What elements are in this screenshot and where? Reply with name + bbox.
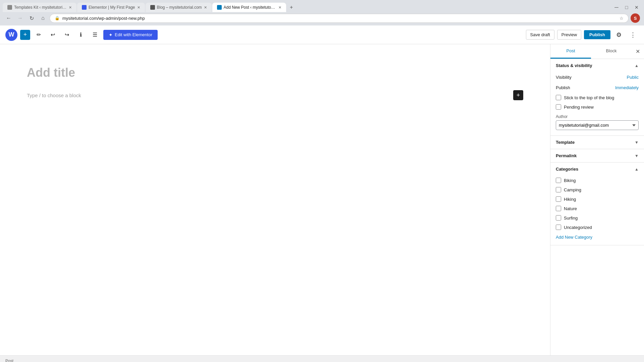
pending-review-checkbox[interactable] [556, 104, 561, 110]
author-select[interactable]: mysitetutorial@gmail.com [556, 120, 639, 130]
add-new-button[interactable]: + [20, 30, 30, 40]
tab2-close[interactable]: ✕ [137, 5, 140, 10]
category-surfing-checkbox[interactable] [556, 215, 561, 221]
category-biking-checkbox[interactable] [556, 178, 561, 183]
status-visibility-header[interactable]: Status & visibility ▲ [550, 59, 644, 72]
category-uncategorized-label[interactable]: Uncategorized [564, 225, 592, 230]
categories-content: Biking Camping Hiking Nature Surfing [550, 176, 644, 245]
right-sidebar: Post Block ✕ Status & visibility ▲ Visib… [550, 44, 644, 355]
category-nature-row: Nature [556, 204, 639, 213]
browser-tab-3[interactable]: Blog – mysitetutorial.com ✕ [146, 3, 212, 12]
category-nature-checkbox[interactable] [556, 206, 561, 211]
info-button[interactable]: ℹ [75, 29, 87, 41]
maximize-button[interactable]: □ [622, 3, 631, 12]
tab2-title: Elementor | My First Page [89, 5, 135, 10]
pending-review-row: Pending review [556, 102, 639, 112]
home-button[interactable]: ⌂ [38, 13, 48, 23]
template-header[interactable]: Template ▼ [550, 136, 644, 149]
block-placeholder-row[interactable]: Type / to choose a block + [27, 89, 523, 102]
reload-button[interactable]: ↻ [27, 13, 36, 23]
elementor-label: Edit with Elementor [115, 32, 152, 37]
category-camping-label[interactable]: Camping [564, 187, 581, 192]
back-button[interactable]: ← [4, 13, 13, 23]
stick-to-top-checkbox[interactable] [556, 95, 561, 100]
bookmark-icon[interactable]: ☆ [620, 16, 624, 21]
stick-to-top-label[interactable]: Stick to the top of the blog [564, 95, 614, 100]
browser-tab-1[interactable]: Templates Kit ‹ mysitetutorial.co... ✕ [3, 3, 76, 12]
elementor-icon: ✦ [109, 32, 113, 38]
list-view-button[interactable]: ☰ [89, 29, 101, 41]
status-visibility-content: Visibility Public Publish Immediately St… [550, 72, 644, 135]
add-block-button[interactable]: + [513, 90, 523, 100]
publish-button[interactable]: Publish [584, 30, 610, 39]
pending-review-label[interactable]: Pending review [564, 105, 594, 110]
visibility-row: Visibility Public [556, 72, 639, 82]
category-camping-checkbox[interactable] [556, 187, 561, 192]
template-title: Template [556, 140, 575, 145]
permalink-header[interactable]: Permalink ▼ [550, 149, 644, 162]
category-hiking-label[interactable]: Hiking [564, 197, 576, 202]
sidebar-close-button[interactable]: ✕ [632, 44, 644, 59]
status-text: Post [5, 359, 13, 362]
author-section: Author mysitetutorial@gmail.com [556, 114, 639, 130]
undo-button[interactable]: ↩ [47, 29, 58, 41]
category-biking-row: Biking [556, 176, 639, 185]
edit-with-elementor-button[interactable]: ✦ Edit with Elementor [103, 30, 158, 40]
tab1-title: Templates Kit ‹ mysitetutorial.co... [14, 5, 67, 10]
status-visibility-chevron: ▲ [635, 63, 639, 68]
status-visibility-title: Status & visibility [556, 63, 592, 68]
sidebar-tabs-row: Post Block ✕ [550, 44, 644, 59]
tab3-close[interactable]: ✕ [204, 5, 207, 10]
preview-button[interactable]: Preview [557, 30, 581, 40]
category-hiking-checkbox[interactable] [556, 196, 561, 202]
category-surfing-row: Surfing [556, 213, 639, 223]
minimize-button[interactable]: ─ [612, 3, 621, 12]
category-biking-label[interactable]: Biking [564, 178, 576, 183]
tab4-close[interactable]: ✕ [278, 5, 281, 10]
permalink-title: Permalink [556, 153, 577, 158]
browser-chrome: Templates Kit ‹ mysitetutorial.co... ✕ E… [0, 0, 644, 25]
visibility-label: Visibility [556, 75, 572, 80]
tab1-close[interactable]: ✕ [69, 5, 72, 10]
profile-icon[interactable]: S [631, 13, 640, 23]
template-chevron: ▼ [635, 140, 639, 145]
forward-button[interactable]: → [15, 13, 25, 23]
permalink-section: Permalink ▼ [550, 149, 644, 163]
stick-to-top-row: Stick to the top of the blog [556, 93, 639, 102]
visibility-value[interactable]: Public [627, 75, 639, 80]
editor-area: Type / to choose a block + [0, 44, 550, 355]
author-label: Author [556, 114, 639, 119]
status-bar: Post [0, 355, 644, 362]
add-new-category-link[interactable]: Add New Category [556, 235, 592, 240]
settings-button[interactable]: ⚙ [613, 29, 625, 41]
tab-post[interactable]: Post [550, 44, 591, 59]
wp-logo[interactable]: W [5, 29, 17, 41]
categories-chevron: ▲ [635, 167, 639, 172]
publish-label: Publish [556, 85, 570, 90]
wp-admin-toolbar: W + ✏ ↩ ↪ ℹ ☰ ✦ Edit with Elementor Save… [0, 25, 644, 44]
redo-button[interactable]: ↪ [61, 29, 72, 41]
categories-header[interactable]: Categories ▲ [550, 163, 644, 176]
tools-button[interactable]: ✏ [33, 29, 44, 41]
close-window-button[interactable]: ✕ [632, 3, 641, 12]
new-tab-button[interactable]: + [287, 3, 296, 12]
tab-block[interactable]: Block [591, 44, 632, 59]
status-visibility-section: Status & visibility ▲ Visibility Public … [550, 59, 644, 136]
browser-tab-2[interactable]: Elementor | My First Page ✕ [77, 3, 145, 12]
category-nature-label[interactable]: Nature [564, 206, 577, 211]
publish-value[interactable]: Immediately [615, 85, 639, 90]
categories-section: Categories ▲ Biking Camping Hiking [550, 163, 644, 245]
category-camping-row: Camping [556, 185, 639, 194]
browser-tab-4[interactable]: Add New Post ‹ mysitetutorial.co... ✕ [212, 3, 286, 12]
address-text: mysitetutorial.com/wp-admin/post-new.php [62, 16, 617, 21]
category-uncategorized-checkbox[interactable] [556, 225, 561, 230]
save-draft-button[interactable]: Save draft [526, 30, 554, 40]
publish-row: Publish Immediately [556, 82, 639, 93]
category-hiking-row: Hiking [556, 194, 639, 204]
permalink-chevron: ▼ [635, 154, 639, 158]
tab4-title: Add New Post ‹ mysitetutorial.co... [224, 5, 276, 10]
post-title-input[interactable] [27, 64, 523, 81]
more-options-button[interactable]: ⋮ [627, 29, 639, 41]
address-bar[interactable]: 🔒 mysitetutorial.com/wp-admin/post-new.p… [50, 14, 629, 23]
category-surfing-label[interactable]: Surfing [564, 216, 578, 221]
